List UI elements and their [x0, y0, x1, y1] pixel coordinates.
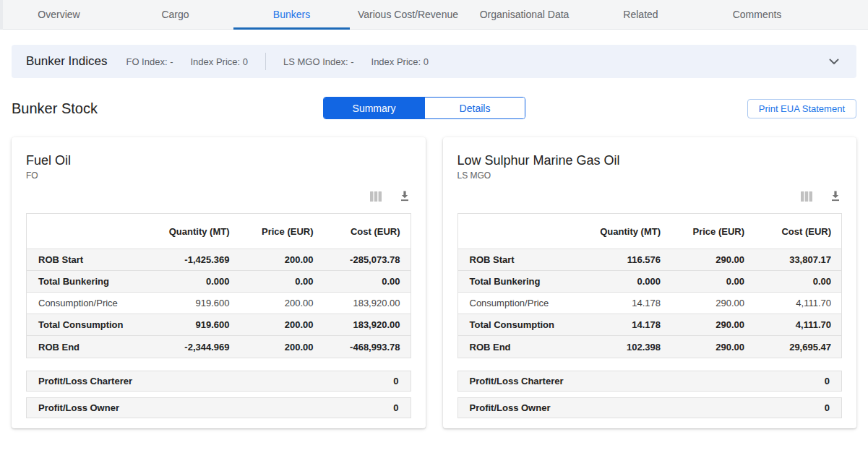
row-cost: -468,993.78 — [314, 342, 400, 353]
card-toolbar — [457, 189, 843, 204]
table-row: Consumption/Price 919.600 200.00 183,920… — [27, 293, 411, 314]
profit-loss-charterer-bar: Profit/Loss Charterer 0 — [26, 371, 411, 392]
row-quantity: 14.178 — [567, 319, 661, 330]
bunker-indices-bar: Bunker Indices FO Index: - Index Price: … — [12, 45, 856, 78]
col-header-price: Price (EUR) — [661, 226, 744, 237]
fo-index-price: Index Price: 0 — [190, 56, 248, 67]
profit-loss-label: Profit/Loss Owner — [470, 402, 551, 413]
row-quantity: -1,425.369 — [136, 254, 230, 265]
col-header-cost: Cost (EUR) — [314, 226, 400, 237]
summary-toggle-button[interactable]: Summary — [324, 98, 424, 118]
table-row: ROB Start -1,425.369 200.00 -285,073.78 — [27, 249, 411, 271]
download-icon[interactable] — [398, 190, 411, 203]
table-row: Total Bunkering 0.000 0.00 0.00 — [27, 271, 411, 293]
row-label: Consumption/Price — [27, 298, 136, 308]
profit-loss-value: 0 — [825, 402, 830, 413]
bunker-table: Quantity (MT) Price (EUR) Cost (EUR) ROB… — [26, 213, 411, 358]
row-label: ROB Start — [458, 254, 567, 265]
tab-cargo[interactable]: Cargo — [117, 0, 233, 29]
card-subtitle: FO — [26, 170, 411, 181]
row-cost: 0.00 — [744, 276, 831, 287]
bunker-table: Quantity (MT) Price (EUR) Cost (EUR) ROB… — [457, 213, 843, 358]
indices-divider — [265, 53, 266, 70]
table-row: Consumption/Price 14.178 290.00 4,111.70 — [458, 293, 842, 314]
table-header-row: Quantity (MT) Price (EUR) Cost (EUR) — [458, 214, 842, 249]
card-toolbar — [26, 189, 411, 204]
profit-loss-label: Profit/Loss Owner — [38, 402, 119, 413]
row-quantity: 116.576 — [567, 254, 661, 265]
row-cost: 0.00 — [314, 276, 400, 287]
tab-comments[interactable]: Comments — [699, 0, 815, 29]
row-price: 200.00 — [230, 342, 314, 353]
profit-loss-owner-bar: Profit/Loss Owner 0 — [457, 397, 843, 418]
profit-loss-charterer-bar: Profit/Loss Charterer 0 — [457, 371, 843, 392]
row-quantity: 0.000 — [567, 276, 661, 287]
row-label: Total Consumption — [458, 319, 567, 330]
col-header-quantity: Quantity (MT) — [136, 226, 230, 237]
row-cost: 29,695.47 — [744, 342, 831, 353]
table-row: Total Consumption 919.600 200.00 183,920… — [27, 314, 411, 336]
row-quantity: 14.178 — [567, 298, 661, 308]
row-label: Total Consumption — [27, 319, 136, 330]
row-cost: 183,920.00 — [314, 298, 400, 308]
ls-mgo-card: Low Sulphur Marine Gas Oil LS MGO Quanti… — [443, 137, 857, 428]
row-label: ROB End — [458, 342, 567, 353]
row-cost: 183,920.00 — [314, 319, 400, 330]
tab-organisational-data[interactable]: Organisational Data — [466, 0, 583, 29]
table-row: ROB Start 116.576 290.00 33,807.17 — [458, 249, 842, 271]
ls-mgo-index-value: LS MGO Index: - — [283, 56, 354, 67]
row-price: 290.00 — [661, 254, 744, 265]
row-quantity: 102.398 — [567, 342, 661, 353]
tab-overview[interactable]: Overview — [1, 0, 117, 29]
table-row: ROB End -2,344.969 200.00 -468,993.78 — [27, 336, 411, 358]
table-row: ROB End 102.398 290.00 29,695.47 — [458, 336, 842, 358]
row-price: 0.00 — [661, 276, 744, 287]
row-price: 290.00 — [661, 298, 744, 308]
profit-loss-value: 0 — [393, 402, 398, 413]
chevron-down-icon[interactable] — [826, 56, 842, 68]
row-quantity: -2,344.969 — [136, 342, 230, 353]
row-label: Consumption/Price — [458, 298, 567, 308]
col-header-quantity: Quantity (MT) — [567, 226, 661, 237]
fuel-oil-card: Fuel Oil FO Quantity (MT) Price (EUR) Co… — [12, 137, 426, 428]
row-label: Total Bunkering — [458, 276, 567, 287]
row-price: 200.00 — [230, 298, 314, 308]
ls-mgo-index-price: Index Price: 0 — [371, 56, 429, 67]
bunker-stock-header: Bunker Stock Summary Details Print EUA S… — [12, 97, 856, 123]
col-header-price: Price (EUR) — [230, 226, 314, 237]
bunker-indices-title: Bunker Indices — [26, 54, 107, 69]
row-price: 0.00 — [230, 276, 314, 287]
row-cost: 4,111.70 — [744, 298, 831, 308]
details-toggle-button[interactable]: Details — [424, 98, 525, 118]
row-price: 290.00 — [661, 342, 744, 353]
tab-bunkers[interactable]: Bunkers — [233, 0, 350, 29]
table-header-row: Quantity (MT) Price (EUR) Cost (EUR) — [27, 214, 411, 249]
summary-details-toggle: Summary Details — [323, 97, 525, 119]
download-icon[interactable] — [829, 190, 842, 203]
view-columns-icon[interactable] — [369, 190, 382, 203]
bunker-cards: Fuel Oil FO Quantity (MT) Price (EUR) Co… — [12, 137, 856, 428]
profit-loss-value: 0 — [393, 376, 398, 386]
row-label: Total Bunkering — [27, 276, 136, 287]
row-cost: 4,111.70 — [744, 319, 831, 330]
row-label: ROB Start — [27, 254, 136, 265]
tab-various-cost-revenue[interactable]: Various Cost/Revenue — [350, 0, 466, 29]
tab-bar: Overview Cargo Bunkers Various Cost/Reve… — [0, 0, 868, 30]
card-title: Fuel Oil — [26, 153, 411, 168]
print-eua-statement-button[interactable]: Print EUA Statement — [747, 99, 856, 118]
view-columns-icon[interactable] — [800, 190, 813, 203]
row-cost: -285,073.78 — [314, 254, 400, 265]
col-header-cost: Cost (EUR) — [744, 226, 831, 237]
row-price: 290.00 — [661, 319, 744, 330]
profit-loss-label: Profit/Loss Charterer — [470, 376, 564, 386]
card-title: Low Sulphur Marine Gas Oil — [457, 153, 843, 168]
row-label: ROB End — [27, 342, 136, 353]
profit-loss-label: Profit/Loss Charterer — [38, 376, 132, 386]
profit-loss-value: 0 — [825, 376, 830, 386]
table-row: Total Consumption 14.178 290.00 4,111.70 — [458, 314, 842, 336]
row-quantity: 919.600 — [136, 319, 230, 330]
tab-related[interactable]: Related — [583, 0, 699, 29]
row-cost: 33,807.17 — [744, 254, 831, 265]
profit-loss-owner-bar: Profit/Loss Owner 0 — [26, 397, 411, 418]
row-quantity: 919.600 — [136, 298, 230, 308]
